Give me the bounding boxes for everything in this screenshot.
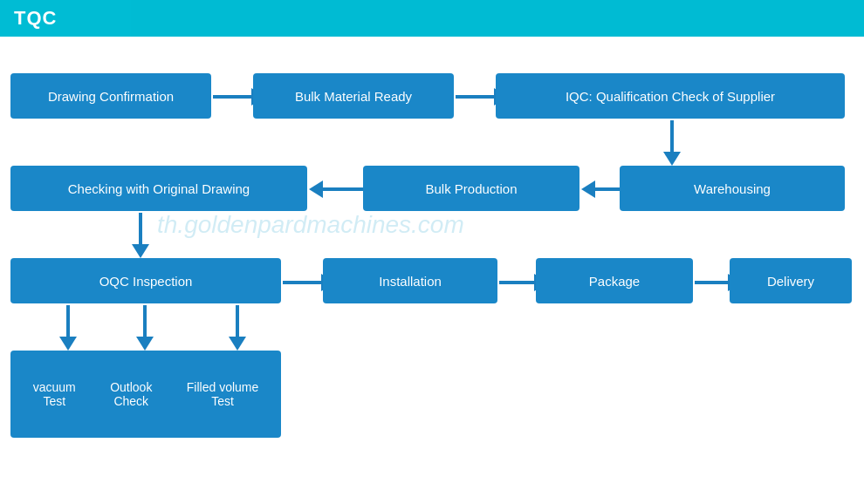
outlook-check-item: Outlook Check [110, 380, 152, 408]
bulk-material-ready-box: Bulk Material Ready [253, 73, 454, 119]
header: TQC [0, 0, 864, 37]
arrow-oqc-down-2 [136, 305, 154, 351]
checking-original-box: Checking with Original Drawing [10, 166, 307, 211]
package-box: Package [536, 258, 693, 303]
drawing-confirmation-box: Drawing Confirmation [10, 73, 211, 119]
content-area: th.goldenpardmachines.com Drawing Confir… [0, 37, 864, 504]
delivery-box: Delivery [730, 258, 852, 303]
warehousing-box: Warehousing [620, 166, 845, 211]
watermark: th.goldenpardmachines.com [157, 211, 464, 239]
outlook-label: Outlook Check [110, 380, 152, 408]
filled-volume-label: Filled volume Test [187, 380, 258, 408]
vacuum-label: vacuum Test [33, 380, 76, 408]
header-title: TQC [14, 7, 57, 30]
bulk-production-box: Bulk Production [363, 166, 579, 211]
arrow-oqc-down-1 [59, 305, 77, 351]
arrow-cod-down [132, 213, 149, 258]
arrow-oqc-down-3 [229, 305, 246, 351]
oqc-inspection-box: OQC Inspection [10, 258, 281, 303]
arrow-iqc-down [663, 120, 681, 166]
header-bar [131, 0, 864, 37]
filled-volume-item: Filled volume Test [187, 380, 258, 408]
sub-items-container: vacuum Test Outlook Check Filled volume … [10, 351, 281, 438]
vacuum-test-item: vacuum Test [33, 380, 76, 408]
installation-box: Installation [323, 258, 497, 303]
iqc-box: IQC: Qualification Check of Supplier [496, 73, 845, 119]
header-arrow [105, 0, 131, 37]
